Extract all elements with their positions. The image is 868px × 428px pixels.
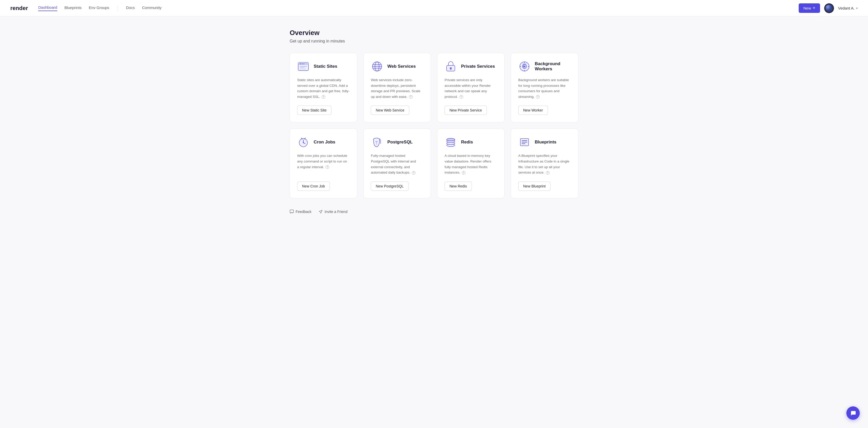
card-header-cron-jobs: Cron Jobs — [297, 136, 350, 148]
svg-rect-15 — [450, 68, 451, 70]
card-private-services: Private Services Private services are on… — [437, 53, 505, 122]
new-button[interactable]: New + — [799, 3, 820, 13]
nav-docs[interactable]: Docs — [126, 5, 135, 11]
card-title-private-services: Private Services — [461, 64, 495, 69]
card-desc-postgresql: Fully-managed hosted PostgreSQL with int… — [371, 153, 424, 175]
main-content: Overview Get up and running in minutes — [279, 17, 589, 229]
card-title-web-services: Web Services — [388, 64, 416, 69]
card-header-static-sites: Static Sites — [297, 60, 350, 73]
cron-jobs-icon — [297, 136, 310, 148]
brand-logo: render — [10, 5, 28, 11]
nav-right: New + Vedant A. ▾ — [799, 3, 858, 13]
card-header-web-services: Web Services — [371, 60, 424, 73]
card-desc-redis: A cloud based in-memory key value datast… — [444, 153, 497, 175]
nav-blueprints[interactable]: Blueprints — [64, 5, 82, 11]
card-redis: Redis A cloud based in-memory key value … — [437, 129, 505, 198]
help-icon-web-services[interactable]: ? — [409, 95, 413, 99]
card-title-blueprints: Blueprints — [535, 139, 556, 145]
svg-rect-5 — [302, 64, 303, 64]
card-desc-cron-jobs: With cron jobs you can schedule any comm… — [297, 153, 350, 175]
card-title-cron-jobs: Cron Jobs — [314, 139, 335, 145]
card-static-sites: Static Sites Static sites are automatica… — [290, 53, 357, 122]
card-header-blueprints: Blueprints — [518, 136, 571, 148]
card-header-redis: Redis — [444, 136, 497, 148]
static-sites-icon — [297, 60, 310, 73]
nav-divider — [118, 5, 118, 11]
avatar — [824, 3, 834, 13]
help-icon-cron-jobs[interactable]: ? — [326, 165, 329, 169]
plus-icon: + — [813, 5, 815, 11]
nav-env-groups[interactable]: Env Groups — [89, 5, 109, 11]
cards-row-1: Static Sites Static sites are automatica… — [290, 53, 578, 122]
cards-row-2: Cron Jobs With cron jobs you can schedul… — [290, 129, 578, 198]
new-worker-button[interactable]: New Worker — [518, 106, 548, 115]
card-title-postgresql: PostgreSQL — [388, 139, 413, 145]
chevron-down-icon: ▾ — [856, 6, 858, 10]
card-title-static-sites: Static Sites — [314, 64, 337, 69]
svg-rect-8 — [300, 67, 305, 68]
navbar: render Dashboard Blueprints Env Groups D… — [0, 0, 868, 17]
help-icon-redis[interactable]: ? — [462, 171, 465, 174]
new-blueprint-button[interactable]: New Blueprint — [518, 182, 551, 191]
private-services-icon — [444, 60, 457, 73]
svg-rect-6 — [303, 64, 304, 64]
card-title-background-workers: Background Workers — [535, 61, 571, 72]
new-cron-job-button[interactable]: New Cron Job — [297, 182, 330, 191]
user-name-label[interactable]: Vedant A. ▾ — [838, 6, 858, 10]
redis-icon — [444, 136, 457, 148]
nav-dashboard[interactable]: Dashboard — [38, 5, 57, 11]
card-header-background-workers: Background Workers — [518, 60, 571, 73]
blueprints-icon — [518, 136, 531, 148]
invite-icon — [318, 209, 323, 214]
help-icon-blueprints[interactable]: ? — [546, 171, 550, 174]
svg-point-24 — [303, 142, 304, 143]
background-workers-icon — [518, 60, 531, 73]
card-postgresql: PostgreSQL Fully-managed hosted PostgreS… — [363, 129, 431, 198]
card-desc-blueprints: A Blueprint specifies your Infrastructur… — [518, 153, 571, 175]
postgresql-icon — [371, 136, 383, 148]
page-subtitle: Get up and running in minutes — [290, 39, 578, 43]
svg-rect-18 — [522, 63, 527, 65]
svg-rect-9 — [300, 69, 306, 69]
invite-link[interactable]: Invite a Friend — [318, 209, 347, 214]
card-desc-private-services: Private services are only accessible wit… — [444, 77, 497, 99]
help-icon-private-services[interactable]: ? — [460, 95, 463, 99]
card-header-postgresql: PostgreSQL — [371, 136, 424, 148]
svg-rect-4 — [300, 64, 301, 64]
help-icon-postgresql[interactable]: ? — [412, 171, 415, 174]
card-title-redis: Redis — [461, 139, 473, 145]
page-title: Overview — [290, 29, 578, 37]
card-desc-web-services: Web services include zero-downtime deplo… — [371, 77, 424, 99]
card-web-services: Web Services Web services include zero-d… — [363, 53, 431, 122]
new-static-site-button[interactable]: New Static Site — [297, 106, 332, 115]
card-desc-static-sites: Static sites are automatically served ov… — [297, 77, 350, 99]
svg-point-32 — [446, 138, 455, 141]
new-postgresql-button[interactable]: New PostgreSQL — [371, 182, 408, 191]
footer: Feedback Invite a Friend — [290, 204, 578, 214]
card-desc-background-workers: Background workers are suitable for long… — [518, 77, 571, 99]
feedback-icon — [290, 209, 294, 214]
help-icon-static-sites[interactable]: ? — [322, 95, 325, 99]
help-icon-background-workers[interactable]: ? — [536, 95, 540, 99]
card-blueprints: Blueprints A Blueprint specifies your In… — [511, 129, 578, 198]
nav-links: Dashboard Blueprints Env Groups Docs Com… — [38, 5, 790, 11]
new-private-service-button[interactable]: New Private Service — [444, 106, 487, 115]
svg-rect-37 — [290, 210, 293, 213]
nav-community[interactable]: Community — [142, 5, 162, 11]
feedback-link[interactable]: Feedback — [290, 209, 311, 214]
card-background-workers: Background Workers Background workers ar… — [511, 53, 578, 122]
new-web-service-button[interactable]: New Web Service — [371, 106, 409, 115]
web-services-icon — [371, 60, 383, 73]
svg-point-1 — [826, 5, 833, 12]
svg-rect-7 — [300, 66, 307, 67]
new-redis-button[interactable]: New Redis — [444, 182, 472, 191]
card-cron-jobs: Cron Jobs With cron jobs you can schedul… — [290, 129, 357, 198]
card-header-private-services: Private Services — [444, 60, 497, 73]
svg-rect-3 — [298, 62, 309, 65]
